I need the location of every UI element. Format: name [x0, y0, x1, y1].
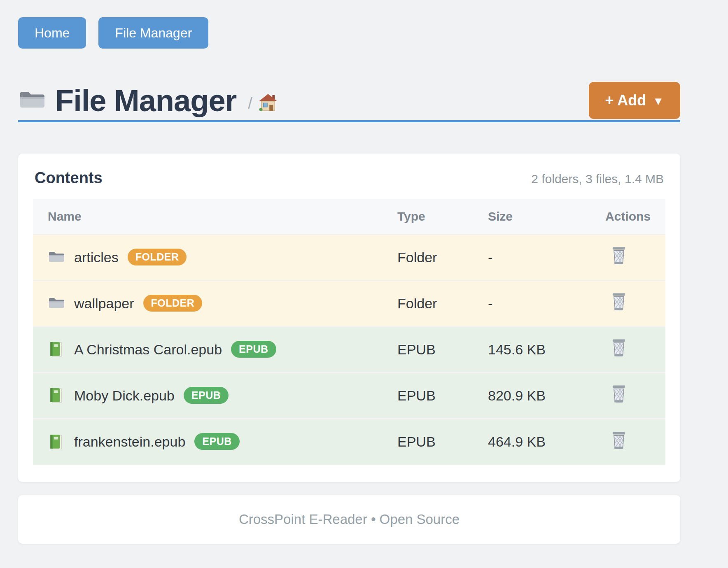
page-title: File Manager: [55, 83, 236, 118]
item-name-link[interactable]: articles: [74, 249, 119, 265]
item-name-link[interactable]: frankenstein.epub: [74, 434, 185, 450]
column-header-type: Type: [397, 199, 488, 234]
contents-card: Contents 2 folders, 3 files, 1.4 MB Name…: [18, 154, 680, 482]
item-name-link[interactable]: A Christmas Carol.epub: [74, 342, 222, 358]
file-manager-button[interactable]: File Manager: [98, 17, 208, 49]
column-header-name: Name: [33, 199, 397, 234]
table-row: A Christmas Carol.epubEPUBEPUB145.6 KB: [33, 326, 665, 372]
table-header-row: Name Type Size Actions: [33, 199, 665, 234]
column-header-actions: Actions: [597, 199, 665, 234]
book-icon: [48, 434, 64, 450]
table-row: wallpaperFOLDERFolder-: [33, 280, 665, 326]
item-name-link[interactable]: Moby Dick.epub: [74, 388, 175, 404]
folder-icon: [48, 295, 64, 312]
trash-icon[interactable]: [610, 384, 628, 403]
table-row: Moby Dick.epubEPUBEPUB820.9 KB: [33, 372, 665, 419]
column-header-size: Size: [488, 199, 597, 234]
title-group: File Manager /: [18, 83, 278, 118]
type-badge: FOLDER: [143, 295, 203, 312]
contents-summary: 2 folders, 3 files, 1.4 MB: [531, 172, 664, 186]
table-row: articlesFOLDERFolder-: [33, 234, 665, 280]
caret-down-icon: ▼: [653, 95, 664, 108]
files-table: Name Type Size Actions articlesFOLDERFol…: [33, 199, 665, 465]
trash-icon[interactable]: [610, 246, 628, 265]
page-header: File Manager / + Add ▼: [18, 81, 680, 119]
footer-card: CrossPoint E-Reader • Open Source: [18, 495, 680, 544]
table-row: frankenstein.epubEPUBEPUB464.9 KB: [33, 419, 665, 465]
type-cell: EPUB: [397, 419, 488, 465]
type-cell: EPUB: [397, 326, 488, 372]
size-cell: -: [488, 280, 597, 326]
breadcrumb-separator: /: [248, 95, 252, 112]
trash-icon[interactable]: [610, 292, 628, 311]
trash-icon[interactable]: [610, 338, 628, 357]
trash-icon[interactable]: [610, 431, 628, 450]
type-badge: EPUB: [184, 387, 229, 404]
item-name-link[interactable]: wallpaper: [74, 296, 134, 312]
book-icon: [48, 341, 64, 358]
type-badge: EPUB: [231, 341, 276, 358]
folder-icon: [18, 89, 44, 112]
home-icon[interactable]: [258, 93, 278, 112]
size-cell: 145.6 KB: [488, 326, 597, 372]
type-cell: Folder: [397, 234, 488, 280]
header-divider: [18, 120, 680, 122]
folder-icon: [48, 249, 64, 265]
top-nav: Home File Manager: [18, 17, 680, 49]
type-badge: EPUB: [194, 433, 239, 450]
type-badge: FOLDER: [128, 249, 187, 265]
type-cell: Folder: [397, 280, 488, 326]
contents-card-header: Contents 2 folders, 3 files, 1.4 MB: [33, 169, 665, 187]
contents-title: Contents: [35, 169, 103, 187]
file-manager-page: Home File Manager File Manager /: [18, 0, 680, 544]
type-cell: EPUB: [397, 372, 488, 419]
size-cell: 464.9 KB: [488, 419, 597, 465]
add-button[interactable]: + Add ▼: [589, 82, 680, 119]
book-icon: [48, 387, 64, 404]
home-button[interactable]: Home: [18, 17, 86, 49]
footer-text: CrossPoint E-Reader • Open Source: [239, 512, 460, 527]
size-cell: 820.9 KB: [488, 372, 597, 419]
size-cell: -: [488, 234, 597, 280]
add-button-label: + Add: [605, 92, 646, 109]
